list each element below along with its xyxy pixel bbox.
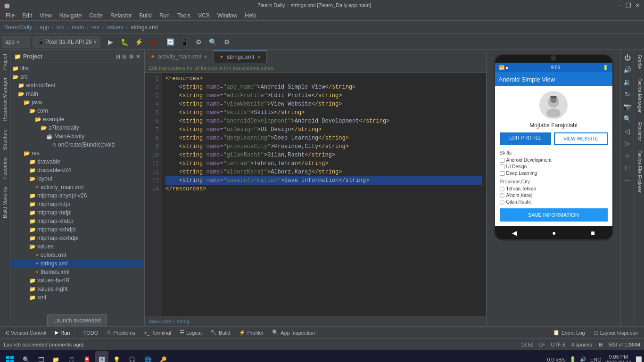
tab-strings-xml[interactable]: ✦ strings.xml ✕ <box>214 50 266 63</box>
tree-item[interactable]: 📁mipmap-xhdpi <box>10 217 144 225</box>
tree-item[interactable]: 📂src <box>10 73 144 81</box>
tree-item[interactable]: ✦strings.xml <box>10 259 144 268</box>
close-button[interactable]: ✕ <box>635 2 640 9</box>
device-selector[interactable]: 📱Pixel 3a XL API 26▾ <box>34 36 100 48</box>
menu-item-navigate[interactable]: Navigate <box>56 11 85 20</box>
tree-item[interactable]: ☕MainActivity <box>10 132 144 140</box>
tree-item[interactable]: 📁mipmap-xxhdpi <box>10 225 144 234</box>
emulator-tab[interactable]: Emulator <box>634 117 644 146</box>
square-button[interactable]: □ <box>622 162 633 173</box>
circle-button[interactable]: ○ <box>622 150 633 161</box>
expand-all-button[interactable]: ⊞ <box>122 53 127 60</box>
tree-item[interactable]: 📁mipmap-anydpi-v26 <box>10 191 144 200</box>
task-view[interactable]: 🗖 <box>34 351 48 362</box>
breadcrumb-item[interactable]: main <box>72 24 84 31</box>
menu-item-code[interactable]: Code <box>85 11 107 20</box>
tree-item[interactable]: 📁values-night <box>10 285 144 293</box>
debug-button[interactable]: 🐛 <box>118 35 132 49</box>
menu-item-file[interactable]: File <box>2 11 18 20</box>
tree-item[interactable]: 📁xml <box>10 293 144 302</box>
menu-item-vcs[interactable]: VCS <box>194 11 214 20</box>
tree-item[interactable]: 📁androidTest <box>10 81 144 90</box>
view-website-button[interactable]: VIEW WEBSITE <box>554 132 608 145</box>
tree-item[interactable]: 📂example <box>10 115 144 123</box>
stop-button[interactable]: ■ <box>147 35 160 49</box>
breadcrumb-item[interactable]: res <box>91 24 99 31</box>
tree-item[interactable]: 📁mipmap-hdpi <box>10 200 144 208</box>
panel-settings-button[interactable]: ⚙ <box>129 53 134 60</box>
tree-item[interactable]: 📂values <box>10 242 144 251</box>
gradle-tab[interactable]: Gradle <box>634 50 644 74</box>
favorites-tab[interactable]: Favorites <box>0 154 10 182</box>
taskbar-app-4[interactable]: 🅰 <box>95 351 108 362</box>
profiler-tab[interactable]: ⚡ Profiler <box>235 328 268 338</box>
problems-tab[interactable]: ⚠ Problems <box>103 328 139 338</box>
power-button[interactable]: ⏻ <box>622 52 633 63</box>
menu-item-edit[interactable]: Edit <box>18 11 36 20</box>
tree-item[interactable]: 📁mipmap-xxxhdpi <box>10 234 144 242</box>
app-inspection-tab[interactable]: 🔍 App Inspection <box>268 328 319 338</box>
home-button[interactable]: ● <box>552 229 556 237</box>
app-selector[interactable]: app▾ <box>2 36 30 48</box>
tree-item[interactable]: 📁libs <box>10 64 144 73</box>
volume-up-button[interactable]: 🔊 <box>622 64 633 75</box>
taskbar-keyboard[interactable]: ENG <box>590 357 602 362</box>
breadcrumb-item[interactable]: 7learnDaily <box>4 24 32 31</box>
forward-nav-button[interactable]: ▷ <box>622 138 633 149</box>
breadcrumb-item[interactable]: app <box>40 24 49 31</box>
avd-button[interactable]: 📱 <box>178 35 191 49</box>
tree-item[interactable]: 📂main <box>10 90 144 98</box>
project-tab[interactable]: Project <box>0 50 10 74</box>
device-manager-tab[interactable]: Device Manager <box>634 74 644 117</box>
start-button[interactable] <box>2 351 18 362</box>
screenshot-button[interactable]: 📷 <box>622 101 633 112</box>
code-content[interactable]: <resources> <string name="app_name">Andr… <box>162 73 486 316</box>
tree-item[interactable]: ✦themes.xml <box>10 268 144 276</box>
zoom-in-button[interactable]: 🔍 <box>622 113 633 124</box>
tab-activity-main-xml[interactable]: ✦ activity_main.xml ✕ <box>145 50 214 63</box>
structure-tab[interactable]: Structure <box>0 125 10 154</box>
tree-item[interactable]: 📁drawable-v24 <box>10 166 144 174</box>
search-button[interactable]: 🔍 <box>206 35 220 49</box>
menu-item-help[interactable]: Help <box>241 11 260 20</box>
terminal-tab[interactable]: >_ Terminal <box>140 328 175 338</box>
resource-manager-tab[interactable]: Resource Manager <box>0 74 10 125</box>
sdk-button[interactable]: ⚙ <box>192 35 206 49</box>
more-button[interactable]: ··· <box>622 174 633 186</box>
run-button[interactable]: ▶ <box>104 35 117 49</box>
menu-item-refactor[interactable]: Refactor <box>107 11 135 20</box>
taskbar-app-2[interactable]: 🎵 <box>64 351 79 362</box>
menu-item-window[interactable]: Window <box>214 11 241 20</box>
save-information-button[interactable]: SAVE INFORMATION <box>500 208 608 222</box>
settings-button[interactable]: ⚙ <box>221 35 234 49</box>
menu-item-view[interactable]: View <box>36 11 56 20</box>
taskbar-app-7[interactable]: 🌐 <box>140 351 155 362</box>
menu-item-build[interactable]: Build <box>135 11 156 20</box>
back-button[interactable]: ◀ <box>512 229 517 237</box>
edit-profile-button[interactable]: EDIT PROFILE <box>500 132 552 145</box>
taskbar-app-3[interactable]: 📮 <box>80 351 94 362</box>
todo-tab[interactable]: ≡ TODO <box>74 328 102 338</box>
tree-item[interactable]: ✦colors.xml <box>10 251 144 259</box>
tree-item[interactable]: 📂com <box>10 107 144 115</box>
tab-close-button[interactable]: ✕ <box>204 54 207 59</box>
run-tab[interactable]: ▶ Run <box>51 328 74 338</box>
event-log-tab[interactable]: 📋 Event Log <box>549 328 589 338</box>
sync-button[interactable]: 🔄 <box>164 35 177 49</box>
tree-item[interactable]: 📁values-fa-rIR <box>10 276 144 285</box>
layout-inspector-tab[interactable]: ◫ Layout Inspector <box>590 328 642 338</box>
tree-item[interactable]: 📁drawable <box>10 157 144 166</box>
volume-down-button[interactable]: 🔉 <box>622 76 633 88</box>
search-taskbar[interactable]: 🔍 <box>19 351 33 362</box>
breadcrumb-item[interactable]: values <box>107 24 124 31</box>
minimize-button[interactable]: – <box>619 2 622 9</box>
taskbar-app-8[interactable]: 🔑 <box>156 351 171 362</box>
rotate-button[interactable]: ↻ <box>622 89 633 100</box>
taskbar-app-6[interactable]: 🎧 <box>125 351 140 362</box>
tree-item[interactable]: 📂layout <box>10 174 144 183</box>
profile-button[interactable]: ⚡ <box>132 35 146 49</box>
taskbar-app-5[interactable]: 💡 <box>109 351 124 362</box>
recents-button[interactable]: ■ <box>591 229 594 237</box>
taskbar-app-1[interactable]: 📁 <box>49 351 63 362</box>
restore-button[interactable]: ❐ <box>626 2 631 9</box>
